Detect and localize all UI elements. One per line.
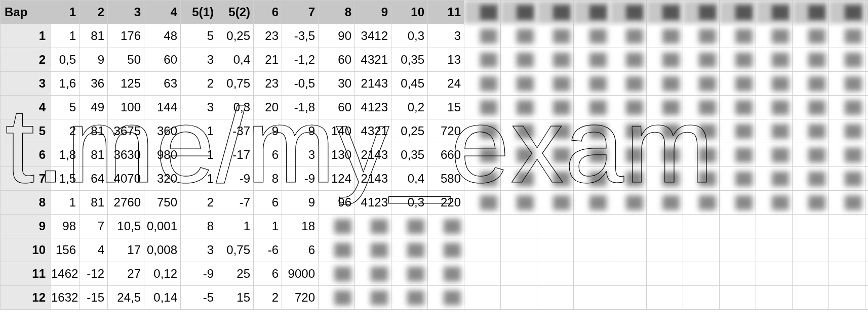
data-cell-obscured: ██ [391,238,428,262]
data-cell: 90 [319,24,355,48]
data-cell-obscured: ██ [829,24,865,48]
data-cell: 81 [80,24,108,48]
data-cell-obscured: ██ [647,191,683,215]
table-row: 61,88136309801-176313021430,35660███████… [1,143,869,167]
data-cell-obscured: ██ [865,119,869,143]
data-cell: 580 [428,167,464,191]
data-cell: 36 [80,72,108,96]
data-cell: 2 [181,191,217,215]
data-cell: 2 [254,286,282,310]
data-cell: 1 [254,215,282,238]
empty-cell [537,238,574,262]
data-cell: 4123 [355,96,391,119]
data-cell-obscured: ██ [647,48,683,72]
empty-cell [793,286,829,310]
data-cell: 1 [181,143,217,167]
empty-cell [865,286,869,310]
data-cell: -0,5 [282,72,319,96]
empty-cell [865,262,869,286]
data-cell-obscured: ██ [793,72,829,96]
data-cell: 2 [51,119,80,143]
data-cell: 60 [144,48,181,72]
empty-cell [829,286,865,310]
column-header: 3 [108,1,144,24]
data-cell-obscured: ██ [537,96,574,119]
data-cell-obscured: ██ [720,72,756,96]
data-cell-obscured: ██ [756,119,793,143]
data-cell-obscured: ██ [829,96,865,119]
viewport: Вар12345(1)5(2)67891011█████████████████… [0,0,868,335]
column-header-obscured: ██ [756,1,793,24]
empty-cell [464,238,501,262]
data-cell: 750 [144,191,181,215]
column-header-obscured: ██ [683,1,720,24]
row-header: 8 [1,191,51,215]
data-cell: 660 [428,143,464,167]
data-cell-obscured: ██ [355,215,391,238]
data-cell-obscured: ██ [391,262,428,286]
empty-cell [464,262,501,286]
empty-cell [829,215,865,238]
data-cell-obscured: ██ [756,24,793,48]
empty-cell [574,215,610,238]
data-cell-obscured: ██ [720,48,756,72]
data-cell: 21 [254,48,282,72]
data-cell: -1,2 [282,48,319,72]
empty-cell [683,238,720,262]
data-cell-obscured: ██ [683,24,720,48]
empty-cell [501,238,537,262]
empty-cell [610,215,647,238]
data-cell-obscured: ██ [610,96,647,119]
data-cell-obscured: ██ [829,72,865,96]
data-cell-obscured: ██ [501,143,537,167]
data-cell: 0,12 [144,262,181,286]
data-cell-obscured: ██ [574,48,610,72]
table-row: 111462-12270,12-92569000████████ [1,262,869,286]
data-cell: -3,5 [282,24,319,48]
data-cell: 20 [254,96,282,119]
data-cell-obscured: ██ [501,96,537,119]
data-cell: -37 [217,119,254,143]
column-header: 1 [51,1,80,24]
data-cell-obscured: ██ [537,191,574,215]
data-cell-obscured: ██ [829,48,865,72]
data-cell-obscured: ██ [793,48,829,72]
data-cell-obscured: ██ [610,72,647,96]
data-cell-obscured: ██ [501,24,537,48]
data-cell: 360 [144,119,181,143]
data-cell-obscured: ██ [720,143,756,167]
empty-cell [537,215,574,238]
data-cell: 0,14 [144,286,181,310]
data-cell-obscured: ██ [574,72,610,96]
data-cell: 0,5 [51,48,80,72]
data-cell-obscured: ██ [647,167,683,191]
data-cell: 23 [254,72,282,96]
data-cell: 17 [108,238,144,262]
data-cell: -1,8 [282,96,319,119]
data-cell-obscured: ██ [391,215,428,238]
empty-cell [464,286,501,310]
column-header: 2 [80,1,108,24]
data-cell-obscured: ██ [683,167,720,191]
data-cell-obscured: ██ [793,119,829,143]
data-cell-obscured: ██ [756,48,793,72]
data-cell: 3 [181,48,217,72]
data-cell: 23 [254,24,282,48]
data-cell-obscured: ██ [647,143,683,167]
data-cell: 144 [144,96,181,119]
table-row: 998710,50,00181118████████ [1,215,869,238]
data-cell-obscured: ██ [793,143,829,167]
data-cell: 3 [428,24,464,48]
column-header: 5(1) [181,1,217,24]
data-cell-obscured: ██ [720,96,756,119]
row-header: 12 [1,286,51,310]
data-cell: 0,3 [391,24,428,48]
data-cell: 7 [80,215,108,238]
data-cell-obscured: ██ [355,262,391,286]
empty-cell [793,238,829,262]
data-cell: -6 [254,238,282,262]
empty-cell [829,262,865,286]
data-cell-obscured: ██ [464,72,501,96]
data-cell-obscured: ██ [537,167,574,191]
data-cell: 0,4 [217,48,254,72]
